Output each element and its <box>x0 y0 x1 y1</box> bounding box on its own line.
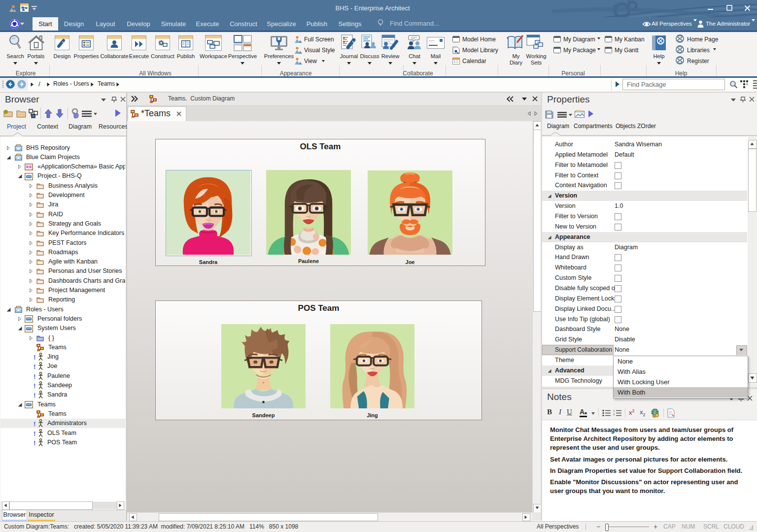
svg-text:1: 1 <box>613 409 615 412</box>
svg-text:2: 2 <box>613 413 615 416</box>
